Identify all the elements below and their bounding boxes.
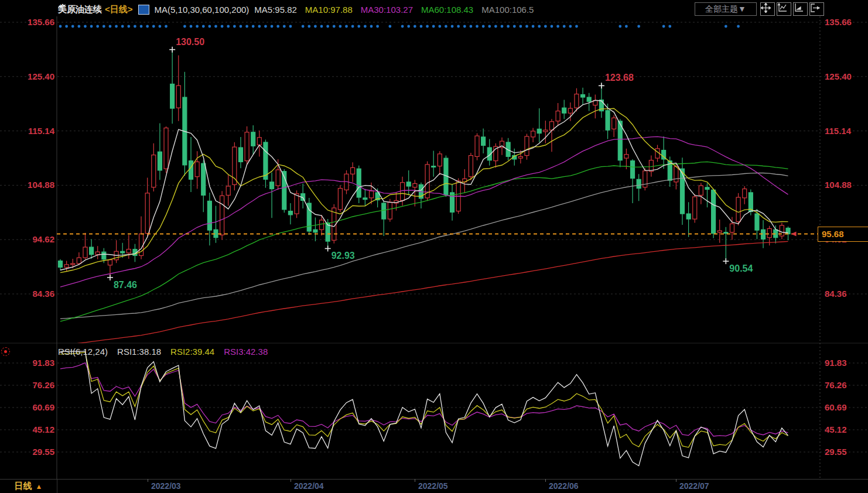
event-dot[interactable] bbox=[146, 25, 149, 28]
event-dot[interactable] bbox=[59, 25, 62, 28]
scale-left-axis-button[interactable] bbox=[777, 2, 791, 16]
event-dot[interactable] bbox=[245, 25, 248, 28]
mini-chart-icon[interactable] bbox=[138, 5, 149, 15]
event-dot[interactable] bbox=[214, 25, 217, 28]
event-dot[interactable] bbox=[637, 25, 640, 28]
event-dot[interactable] bbox=[668, 25, 671, 28]
theme-selector-dropdown[interactable]: 全部主题▼ bbox=[695, 2, 757, 16]
event-dot[interactable] bbox=[445, 25, 447, 28]
event-dot[interactable] bbox=[140, 25, 143, 28]
event-dot[interactable] bbox=[190, 25, 193, 28]
candle bbox=[382, 200, 386, 236]
event-dot[interactable] bbox=[563, 25, 566, 28]
event-dot[interactable] bbox=[258, 25, 261, 28]
event-dot[interactable] bbox=[476, 25, 479, 28]
event-dot[interactable] bbox=[320, 25, 323, 28]
event-dot[interactable] bbox=[196, 25, 199, 28]
ma-line-200 bbox=[60, 241, 788, 345]
event-dot[interactable] bbox=[271, 25, 274, 28]
event-dot[interactable] bbox=[388, 25, 391, 28]
event-dot[interactable] bbox=[551, 25, 553, 28]
event-dot[interactable] bbox=[451, 25, 454, 28]
event-dot[interactable] bbox=[227, 25, 230, 28]
event-dot[interactable] bbox=[519, 25, 522, 28]
event-dot[interactable] bbox=[65, 25, 68, 28]
event-dot[interactable] bbox=[457, 25, 460, 28]
event-dot[interactable] bbox=[351, 25, 354, 28]
event-dot[interactable] bbox=[326, 25, 329, 28]
event-dot[interactable] bbox=[532, 25, 535, 28]
event-dot[interactable] bbox=[333, 25, 336, 28]
event-dot[interactable] bbox=[221, 25, 224, 28]
event-dot[interactable] bbox=[488, 25, 491, 28]
event-dot[interactable] bbox=[208, 25, 211, 28]
event-dot[interactable] bbox=[115, 25, 118, 28]
event-dot[interactable] bbox=[376, 25, 379, 28]
event-dot[interactable] bbox=[525, 25, 528, 28]
event-dot[interactable] bbox=[134, 25, 136, 28]
event-dot[interactable] bbox=[339, 25, 342, 28]
ma-settings-label[interactable]: MA(5,10,30,60,100,200) bbox=[155, 5, 250, 15]
event-dot[interactable] bbox=[183, 25, 186, 28]
event-dot[interactable] bbox=[121, 25, 124, 28]
event-dot[interactable] bbox=[90, 25, 93, 28]
event-dot[interactable] bbox=[307, 25, 310, 28]
exit-fullscreen-button[interactable] bbox=[809, 2, 824, 16]
event-dot[interactable] bbox=[96, 25, 99, 28]
event-dot[interactable] bbox=[302, 25, 305, 28]
event-dot[interactable] bbox=[737, 25, 740, 28]
event-dot[interactable] bbox=[426, 25, 429, 28]
event-dot[interactable] bbox=[401, 25, 404, 28]
event-dot[interactable] bbox=[357, 25, 360, 28]
rsi-settings-label[interactable]: RSI(6,12,24) bbox=[58, 347, 108, 357]
event-dot[interactable] bbox=[569, 25, 572, 28]
event-dot[interactable] bbox=[127, 25, 130, 28]
event-dot[interactable] bbox=[625, 25, 628, 28]
event-dot[interactable] bbox=[84, 25, 87, 28]
event-dot[interactable] bbox=[264, 25, 267, 28]
event-dot[interactable] bbox=[289, 25, 292, 28]
event-dot[interactable] bbox=[662, 25, 665, 28]
event-dot[interactable] bbox=[71, 25, 74, 28]
event-dot[interactable] bbox=[556, 25, 559, 28]
event-dot[interactable] bbox=[109, 25, 112, 28]
event-dot[interactable] bbox=[252, 25, 255, 28]
event-dot[interactable] bbox=[470, 25, 473, 28]
event-dot[interactable] bbox=[202, 25, 205, 28]
main-chart-canvas[interactable]: 130.50123.6887.4692.9390.54 bbox=[0, 0, 868, 493]
event-dot[interactable] bbox=[420, 25, 423, 28]
event-dot[interactable] bbox=[152, 25, 155, 28]
event-dot[interactable] bbox=[507, 25, 510, 28]
event-dot[interactable] bbox=[102, 25, 105, 28]
event-dot[interactable] bbox=[538, 25, 541, 28]
event-dot[interactable] bbox=[240, 25, 242, 28]
event-dot[interactable] bbox=[725, 25, 727, 28]
event-dot[interactable] bbox=[159, 25, 162, 28]
event-dot[interactable] bbox=[544, 25, 547, 28]
event-dot[interactable] bbox=[463, 25, 466, 28]
event-dot[interactable] bbox=[165, 25, 168, 28]
candle bbox=[64, 261, 69, 272]
event-dot[interactable] bbox=[482, 25, 485, 28]
event-dot[interactable] bbox=[345, 25, 348, 28]
event-dot[interactable] bbox=[618, 25, 621, 28]
pan-move-button[interactable] bbox=[760, 2, 775, 16]
event-dot[interactable] bbox=[283, 25, 286, 28]
event-dot[interactable] bbox=[494, 25, 497, 28]
event-dot[interactable] bbox=[364, 25, 367, 28]
event-dot[interactable] bbox=[370, 25, 373, 28]
event-dot[interactable] bbox=[438, 25, 441, 28]
event-dot[interactable] bbox=[414, 25, 416, 28]
event-dot[interactable] bbox=[233, 25, 236, 28]
event-dot[interactable] bbox=[314, 25, 317, 28]
candle bbox=[481, 128, 486, 153]
event-dot[interactable] bbox=[432, 25, 435, 28]
event-dot[interactable] bbox=[513, 25, 516, 28]
event-dot[interactable] bbox=[407, 25, 410, 28]
event-dot[interactable] bbox=[77, 25, 80, 28]
event-dot[interactable] bbox=[501, 25, 504, 28]
event-dot[interactable] bbox=[575, 25, 578, 28]
scale-right-axis-button[interactable] bbox=[793, 2, 808, 16]
event-dot[interactable] bbox=[276, 25, 279, 28]
ma-value-0: MA5:95.82 bbox=[254, 5, 297, 15]
